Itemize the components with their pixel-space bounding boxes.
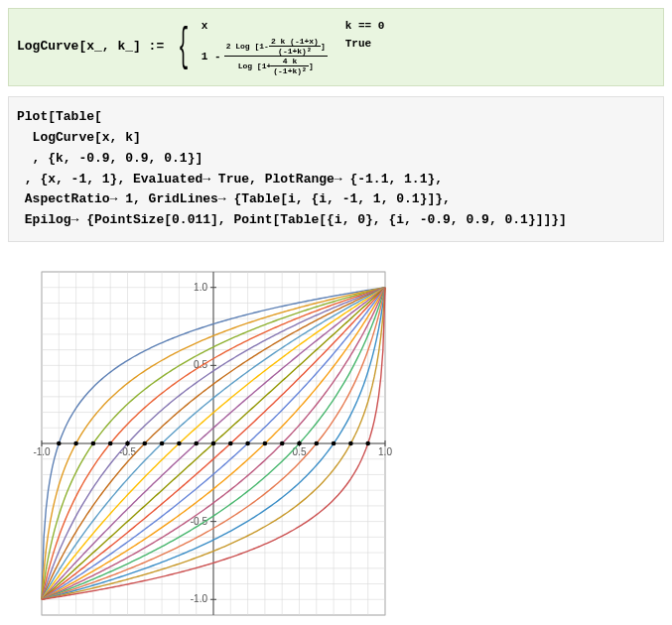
- piecewise-bracket: {: [179, 28, 190, 67]
- epilog-point: [211, 441, 216, 446]
- svg-text:-1.0: -1.0: [191, 593, 208, 604]
- code-line: LogCurve[x, k]: [17, 128, 655, 149]
- code-line: , {x, -1, 1}, Evaluated→ True, PlotRange…: [17, 170, 655, 190]
- code-line: Epilog→ {PointSize[0.011], Point[Table[{…: [17, 210, 655, 231]
- epilog-point: [108, 441, 113, 446]
- piecewise-cond-1: True: [345, 37, 385, 75]
- epilog-point: [263, 441, 268, 446]
- piecewise-expr-1: 1 - 2 Log [1-2 k (-1+x)(-1+k)²] Log [1+4…: [202, 37, 328, 75]
- svg-text:1.0: 1.0: [378, 446, 392, 457]
- plot-svg: -1.0-0.50.51.0-1.0-0.50.51.0: [20, 250, 407, 625]
- def-lhs: LogCurve[x_, k_] :=: [17, 39, 164, 56]
- piecewise-grid: x k == 0 1 - 2 Log [1-2 k (-1+x)(-1+k)²]…: [202, 19, 384, 75]
- piecewise-cond-0: k == 0: [345, 19, 385, 33]
- epilog-point: [160, 441, 165, 446]
- epilog-point: [315, 441, 320, 446]
- epilog-point: [143, 441, 148, 446]
- epilog-point: [280, 441, 285, 446]
- epilog-point: [245, 441, 250, 446]
- epilog-point: [91, 441, 96, 446]
- epilog-point: [73, 441, 78, 446]
- plot-code-cell: Plot[Table[ LogCurve[x, k] , {k, -0.9, 0…: [8, 96, 664, 242]
- epilog-point: [297, 441, 302, 446]
- code-line: , {k, -0.9, 0.9, 0.1}]: [17, 149, 655, 170]
- epilog-point: [365, 441, 370, 446]
- epilog-point: [332, 441, 336, 446]
- code-line: Plot[Table[: [17, 107, 655, 128]
- epilog-point: [57, 441, 62, 446]
- epilog-point: [228, 441, 233, 446]
- epilog-point: [194, 441, 199, 446]
- plot-output: -1.0-0.50.51.0-1.0-0.50.51.0: [20, 250, 664, 625]
- epilog-point: [177, 441, 182, 446]
- epilog-point: [125, 441, 130, 446]
- epilog-point: [348, 441, 353, 446]
- svg-text:-1.0: -1.0: [33, 446, 51, 457]
- definition-cell: LogCurve[x_, k_] := { x k == 0 1 - 2 Log…: [8, 8, 664, 86]
- piecewise-expr-0: x: [202, 19, 328, 33]
- code-line: AspectRatio→ 1, GridLines→ {Table[i, {i,…: [17, 189, 655, 210]
- svg-text:1.0: 1.0: [194, 282, 207, 293]
